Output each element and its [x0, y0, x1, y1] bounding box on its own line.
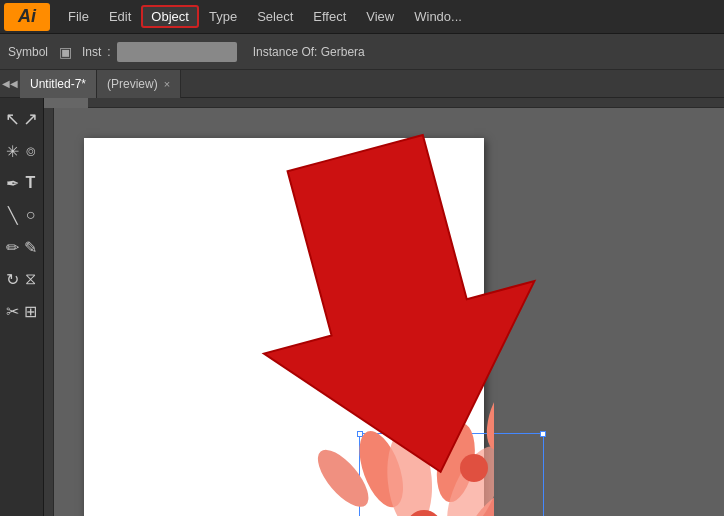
rotate-blend-pair: ↻ ⧖: [4, 264, 40, 294]
main-area: ↖ ↗ ✳ ⌾ ✒ T ╲ ○ ✏ ✎ ↻ ⧖ ✂: [0, 98, 724, 516]
ruler-horizontal: [88, 98, 724, 108]
menu-window[interactable]: Windo...: [404, 5, 472, 28]
menu-type[interactable]: Type: [199, 5, 247, 28]
tab-bar: ◀◀ Untitled-7* (Preview) ×: [0, 70, 724, 98]
tab-preview-label: (Preview): [107, 77, 158, 91]
toolbar: ↖ ↗ ✳ ⌾ ✒ T ╲ ○ ✏ ✎ ↻ ⧖ ✂: [0, 98, 44, 516]
tab-untitled[interactable]: Untitled-7*: [20, 70, 97, 98]
artboard: [84, 138, 484, 516]
flower-decoration: [244, 348, 494, 516]
name-colon: :: [107, 45, 110, 59]
ruler-vertical: [44, 108, 54, 516]
pen-tool[interactable]: ✒: [4, 168, 22, 198]
symbol-label: Symbol: [8, 45, 48, 59]
line-tool[interactable]: ╲: [4, 200, 22, 230]
pencil-tool[interactable]: ✎: [22, 232, 40, 262]
magic-wand-tool[interactable]: ✳: [4, 136, 22, 166]
brush-pencil-pair: ✏ ✎: [4, 232, 40, 262]
blend-tool[interactable]: ⧖: [22, 264, 40, 294]
canvas-wrapper: [54, 108, 724, 516]
menu-view[interactable]: View: [356, 5, 404, 28]
tab-untitled-label: Untitled-7*: [30, 77, 86, 91]
menu-object[interactable]: Object: [141, 5, 199, 28]
menu-file[interactable]: File: [58, 5, 99, 28]
scissors-tool[interactable]: ✂: [4, 296, 22, 326]
line-shape-pair: ╲ ○: [4, 200, 40, 230]
menu-edit[interactable]: Edit: [99, 5, 141, 28]
lasso-tool[interactable]: ⌾: [22, 136, 40, 166]
type-tool[interactable]: T: [22, 168, 40, 198]
menu-bar: Ai File Edit Object Type Select Effect V…: [0, 0, 724, 34]
ellipse-tool[interactable]: ○: [22, 200, 40, 230]
instance-icon: ▣: [54, 41, 76, 63]
tab-close-icon[interactable]: ×: [164, 78, 170, 90]
app-logo: Ai: [4, 3, 50, 31]
svg-point-15: [460, 454, 488, 482]
tab-preview[interactable]: (Preview) ×: [97, 70, 181, 98]
inst-label: Inst: [82, 45, 101, 59]
direct-select-tool[interactable]: ↗: [22, 104, 40, 134]
pen-type-pair: ✒ T: [4, 168, 40, 198]
canvas-area: [44, 98, 724, 516]
menu-select[interactable]: Select: [247, 5, 303, 28]
scissors-artboard-pair: ✂ ⊞: [4, 296, 40, 326]
rotate-tool[interactable]: ↻: [4, 264, 22, 294]
svg-point-13: [481, 384, 494, 453]
paintbrush-tool[interactable]: ✏: [4, 232, 22, 262]
selection-tool[interactable]: ↖: [4, 104, 22, 134]
logo-text: Ai: [18, 6, 36, 27]
wand-lasso-pair: ✳ ⌾: [4, 136, 40, 166]
menu-effect[interactable]: Effect: [303, 5, 356, 28]
instance-of-label: Instance Of: Gerbera: [253, 45, 365, 59]
collapse-button[interactable]: ◀◀: [0, 70, 20, 98]
artboard-tool[interactable]: ⊞: [22, 296, 40, 326]
instance-name-input[interactable]: [117, 42, 237, 62]
handle-tr[interactable]: [540, 431, 546, 437]
select-tools-pair: ↖ ↗: [4, 104, 40, 134]
properties-bar: Symbol ▣ Inst : Instance Of: Gerbera: [0, 34, 724, 70]
